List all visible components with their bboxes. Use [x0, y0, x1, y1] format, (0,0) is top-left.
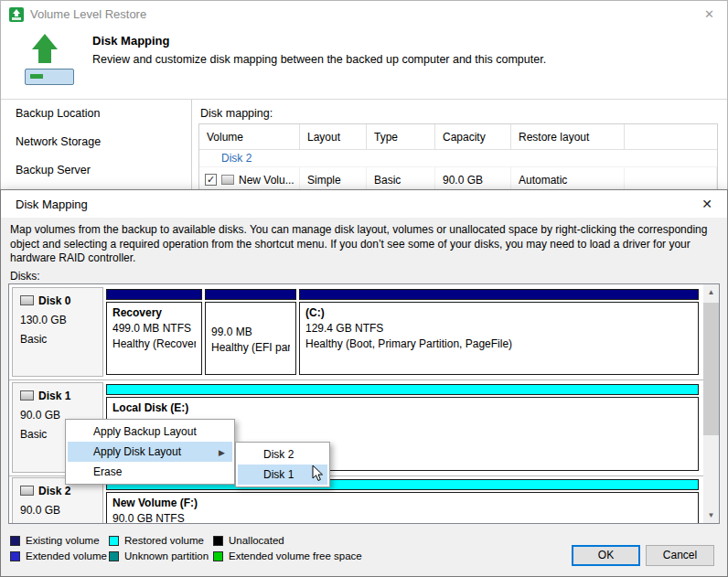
- dialog-titlebar: Disk Mapping ✕: [1, 190, 727, 218]
- disk2-kind: Basic: [20, 523, 102, 524]
- context-menu: Apply Backup Layout Apply Disk Layout ▶ …: [65, 419, 235, 485]
- column-volume[interactable]: Volume: [199, 124, 300, 149]
- dialog-title: Disk Mapping: [16, 198, 88, 211]
- legend-extended-free-space: Extended volume free space: [213, 550, 362, 561]
- dialog-close-icon[interactable]: ✕: [701, 197, 712, 211]
- disk-restore-icon: [23, 34, 78, 92]
- submenu-item-disk-2[interactable]: Disk 2: [238, 444, 327, 465]
- legend-restored-volume: Restored volume: [109, 535, 204, 546]
- disk-row-0: Disk 0 130.0 GB Basic Recovery 499.0 MB …: [9, 287, 703, 377]
- dialog-description: Map volumes from the backup to available…: [10, 223, 720, 266]
- wizard-step-title: Disk Mapping: [92, 34, 170, 48]
- mouse-cursor-icon: [312, 465, 325, 486]
- disk0-name: Disk 0: [20, 294, 102, 307]
- existing-volume-swatch: [10, 536, 20, 546]
- partition-color-bar: [106, 384, 699, 395]
- sidebar-item-network-storage[interactable]: Network Storage: [1, 128, 191, 156]
- window-close-icon[interactable]: ✕: [704, 1, 714, 28]
- partition-color-bar: [205, 289, 296, 300]
- row-checkbox[interactable]: ✓: [205, 174, 217, 186]
- legend-existing-volume: Existing volume: [10, 535, 100, 546]
- sidebar-item-backup-server[interactable]: Backup Server: [1, 156, 191, 185]
- disk-mapping-label: Disk mapping:: [200, 107, 273, 120]
- scrollbar-thumb[interactable]: [703, 303, 719, 435]
- restore-layout-cell: Automatic: [511, 167, 625, 189]
- partition-color-bar: [106, 289, 202, 300]
- disk-mapping-pane: Disk mapping: Volume Layout Type Capacit…: [193, 100, 727, 189]
- column-type[interactable]: Type: [367, 124, 435, 149]
- column-capacity[interactable]: Capacity: [435, 124, 511, 149]
- partition-c[interactable]: (C:) 129.4 GB NTFS Healthy (Boot, Primar…: [299, 289, 699, 375]
- wizard-sidebar: Backup Location Network Storage Backup S…: [1, 100, 192, 189]
- volume-icon: [221, 175, 234, 185]
- wizard-header: Disk Mapping Review and customize disk m…: [1, 28, 727, 100]
- window-title: Volume Level Restore: [30, 1, 146, 28]
- table-header-row: Volume Layout Type Capacity Restore layo…: [199, 124, 717, 150]
- screen: Volume Level Restore ✕ Disk Mapping Revi…: [0, 0, 728, 577]
- disk-mapping-table: Volume Layout Type Capacity Restore layo…: [198, 123, 718, 189]
- disk-icon: [20, 486, 34, 496]
- legend-unknown-partition: Unknown partition: [109, 550, 209, 561]
- table-group-row[interactable]: Disk 2: [199, 150, 717, 167]
- menu-item-apply-disk-layout[interactable]: Apply Disk Layout ▶: [68, 442, 232, 462]
- restored-volume-swatch: [109, 536, 119, 546]
- sidebar-item-backup-location[interactable]: Backup Location: [1, 100, 191, 128]
- column-restore-layout[interactable]: Restore layout: [511, 124, 625, 149]
- menu-item-apply-backup-layout[interactable]: Apply Backup Layout: [68, 422, 232, 442]
- disk0-info[interactable]: Disk 0 130.0 GB Basic: [12, 287, 103, 377]
- volume-cell: ✓ New Volu...: [199, 167, 300, 189]
- volume-name: New Volu...: [239, 174, 294, 187]
- capacity-cell: 90.0 GB: [435, 167, 511, 189]
- disk2-size: 90.0 GB: [20, 504, 102, 517]
- scroll-up-icon[interactable]: ▲: [703, 284, 719, 300]
- disk-icon: [20, 390, 34, 401]
- submenu-arrow-icon: ▶: [219, 443, 225, 463]
- unknown-partition-swatch: [109, 551, 119, 561]
- volume-level-restore-window: Volume Level Restore ✕ Disk Mapping Revi…: [0, 0, 728, 189]
- extended-volume-swatch: [10, 551, 20, 561]
- unallocated-swatch: [213, 536, 223, 546]
- column-filler: [625, 124, 717, 149]
- partition-color-bar: [299, 289, 699, 300]
- disks-label: Disks:: [10, 270, 40, 283]
- partition-efi[interactable]: 99.0 MB Healthy (EFI parti: [205, 289, 296, 375]
- vertical-scrollbar[interactable]: ▲ ▼: [703, 284, 719, 523]
- table-row[interactable]: ✓ New Volu... Simple Basic 90.0 GB Autom…: [199, 167, 717, 189]
- filler-cell: [625, 167, 717, 189]
- disks-panel: Disk 0 130.0 GB Basic Recovery 499.0 MB …: [8, 283, 720, 524]
- ok-button[interactable]: OK: [572, 545, 640, 566]
- scroll-down-icon[interactable]: ▼: [703, 508, 719, 523]
- layout-cell: Simple: [300, 167, 367, 189]
- restore-app-icon: [9, 7, 24, 22]
- disk-icon: [20, 295, 34, 305]
- partition-recovery[interactable]: Recovery 499.0 MB NTFS Healthy (Recovery: [106, 289, 202, 375]
- disk2-name: Disk 2: [20, 485, 102, 497]
- legend-extended-volume: Extended volume: [10, 550, 107, 561]
- wizard-step-description: Review and customize disk mapping betwee…: [92, 53, 546, 66]
- row-separator: [9, 379, 703, 380]
- column-layout[interactable]: Layout: [300, 124, 367, 149]
- disk0-size: 130.0 GB: [20, 314, 102, 326]
- legend-unallocated: Unallocated: [213, 535, 284, 546]
- wizard-body: Backup Location Network Storage Backup S…: [1, 100, 727, 189]
- disk0-kind: Basic: [20, 333, 102, 346]
- legend: Existing volume Restored volume Unalloca…: [10, 535, 403, 566]
- type-cell: Basic: [367, 167, 435, 189]
- menu-item-erase[interactable]: Erase: [68, 462, 232, 482]
- disk-mapping-dialog: Disk Mapping ✕ Map volumes from the back…: [0, 189, 728, 577]
- extended-free-space-swatch: [213, 551, 223, 561]
- disk1-name: Disk 1: [20, 390, 102, 402]
- cancel-button[interactable]: Cancel: [646, 545, 714, 566]
- window-titlebar: Volume Level Restore ✕: [1, 1, 727, 28]
- partition-f[interactable]: New Volume (F:) 90.0 GB NTFS: [106, 479, 699, 524]
